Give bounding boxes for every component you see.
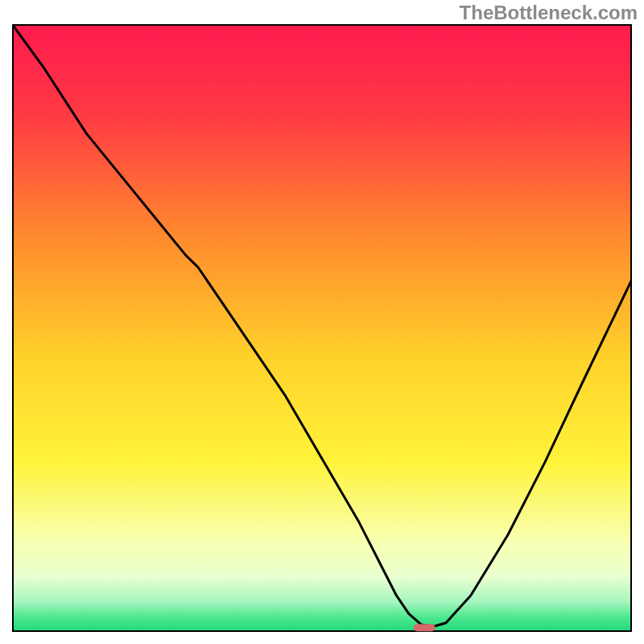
optimal-marker — [414, 624, 436, 631]
chart-svg — [12, 24, 632, 632]
watermark-text: TheBottleneck.com — [460, 2, 638, 24]
chart-background — [12, 24, 632, 632]
plot-area — [12, 24, 632, 632]
chart-container: TheBottleneck.com — [0, 0, 644, 644]
